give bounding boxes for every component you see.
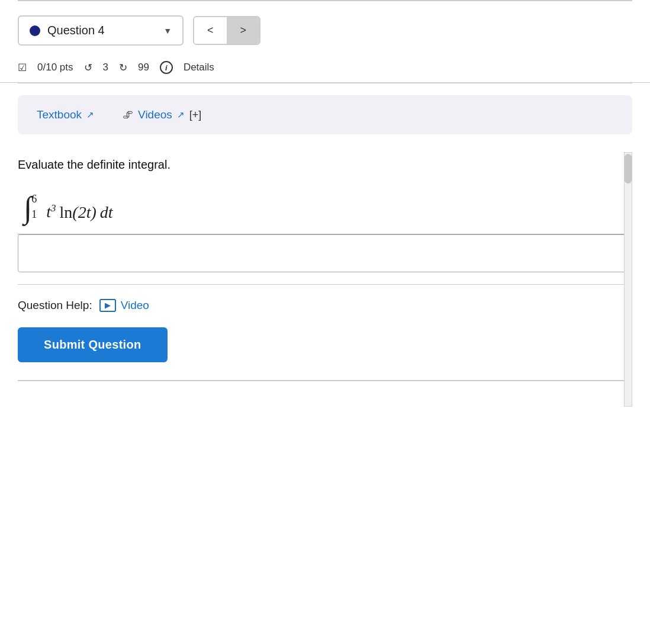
math-expression: 6 ∫ 1 t3 ln(2t) dt [18,188,632,234]
attempts-count: 3 [103,62,108,73]
question-area: Evaluate the definite integral. 6 ∫ 1 t3… [18,146,632,284]
submit-area: Submit Question [0,318,650,380]
question-selector[interactable]: Question 4 ▼ [18,15,184,46]
details-label: Details [184,62,214,73]
question-dot [30,25,40,36]
next-button[interactable]: > [227,17,260,44]
textbook-label: Textbook [37,108,82,121]
resources-box: Textbook ↗︎ 🖇 Videos ↗︎ [+] [18,95,632,134]
videos-group: 🖇 Videos ↗︎ [+] [123,108,201,121]
points-label: 0/10 pts [37,62,73,73]
ln-expression: ln(2t) [60,203,96,222]
answer-input[interactable] [18,234,632,272]
videos-label: Videos [138,108,172,121]
lower-limit: 1 [31,208,37,221]
external-link-icon: ↗︎ [86,110,94,120]
submit-button[interactable]: Submit Question [18,327,168,362]
answer-input-area [18,234,632,284]
video-play-icon: ▶ [99,299,116,312]
scrollbar-track[interactable] [624,152,632,407]
dt-term: dt [100,203,113,222]
scrollbar-thumb[interactable] [625,154,632,183]
check-icon: ☑ [18,62,27,74]
sync-icon: ↻ [119,62,127,74]
integral-display: 6 ∫ 1 t3 ln(2t) dt [24,194,632,222]
integral-symbol: 6 ∫ 1 [24,194,32,222]
nav-button-group: < > [193,16,260,45]
video-help-link[interactable]: ▶ Video [99,299,149,312]
refresh-icon: ↺ [84,62,92,74]
t-cubed: t3 [46,202,56,221]
meta-row: ☑ 0/10 pts ↺ 3 ↻ 99 i Details [0,55,650,83]
prev-button[interactable]: < [194,17,227,44]
videos-external-icon: ↗︎ [177,110,185,120]
question-help-row: Question Help: ▶ Video [0,285,650,318]
integral-sign: ∫ [24,194,32,222]
upper-limit: 6 [31,193,37,205]
bottom-border [18,380,632,381]
paperclip-icon: 🖇 [123,109,133,121]
question-selector-label: Question 4 [47,24,156,37]
help-label: Question Help: [18,299,92,312]
videos-link[interactable]: Videos ↗︎ [138,108,185,121]
add-resource-label[interactable]: [+] [189,109,202,121]
question-content: Evaluate the definite integral. 6 ∫ 1 t3… [0,146,650,284]
info-icon: i [160,61,173,74]
integrand-expression: t3 ln(2t) dt [46,202,112,221]
question-nav: Question 4 ▼ < > [0,1,650,55]
submissions-count: 99 [138,62,149,73]
textbook-link[interactable]: Textbook ↗︎ [37,108,94,121]
chevron-down-icon: ▼ [163,26,172,36]
video-help-label: Video [121,299,149,312]
question-instruction: Evaluate the definite integral. [18,158,632,172]
